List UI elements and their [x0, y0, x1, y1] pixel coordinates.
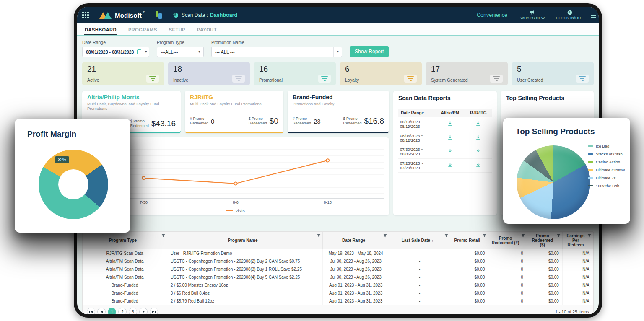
visits-legend[interactable]: Visits [87, 207, 384, 214]
scan-report-row: 07/30/2023 ~08/05/2023 [398, 145, 492, 159]
download-altria-pm-icon[interactable] [436, 145, 465, 159]
column-header-earnings-per-redeem[interactable]: Earnings Per Redeem [562, 232, 593, 249]
table-row[interactable]: RJR/ITG Scan DataUser - RJR/ITG Promotio… [83, 249, 593, 257]
module-logo-button[interactable] [150, 7, 168, 23]
filter-lines-icon[interactable] [490, 75, 503, 83]
download-altria-pm-icon[interactable] [436, 131, 465, 145]
date-range-input[interactable]: 08/01/2023 - 08/31/2023 ▾ [82, 47, 149, 57]
legend-swatch [588, 177, 593, 179]
tab-programs[interactable]: PROGRAMS [128, 27, 157, 35]
whats-new-button[interactable]: WHAT'S NEW [514, 7, 551, 23]
promotion-name-select[interactable]: --- ALL --- ▾ [211, 47, 342, 57]
stat-value: 21 [87, 65, 159, 74]
rjr-itg-card: RJR/ITGMulti-Pack and Loyalty Fund Promo… [185, 91, 283, 133]
legend-swatch [588, 169, 593, 171]
column-header-promo-retail[interactable]: Promo Retail [450, 232, 488, 249]
download-rjr-itg-icon[interactable] [465, 145, 492, 159]
filter-lines-icon[interactable] [318, 75, 331, 83]
calendar-icon[interactable] [137, 49, 141, 54]
download-rjr-itg-icon[interactable] [465, 159, 492, 173]
menu-button[interactable] [588, 7, 599, 23]
filter-lines-icon[interactable] [404, 75, 417, 83]
cell-promo-redeemed-: $0.00 [527, 273, 562, 281]
tab-setup[interactable]: SETUP [169, 27, 185, 35]
column-header-last-sale-date[interactable]: Last Sale Date↑ [389, 232, 450, 249]
pie-legend-item[interactable]: Ultimate 7s [588, 176, 625, 180]
filter-funnel-icon[interactable] [557, 234, 561, 238]
tab-payout[interactable]: PAYOUT [197, 27, 217, 35]
table-row[interactable]: Altria/PM Scan DataUSSTC - Copenhagen Pr… [83, 273, 593, 281]
divider [506, 105, 589, 105]
tab-dashboard[interactable]: DASHBOARD [85, 27, 117, 35]
stat-card-system-generated[interactable]: 17System Generated [426, 62, 508, 85]
pie-legend-item[interactable]: Stacks of Cash [588, 152, 625, 156]
whats-new-label: WHAT'S NEW [521, 16, 545, 20]
chevron-down-icon: ▾ [143, 7, 145, 14]
program-dropdown-caret[interactable]: ▾ [195, 47, 203, 57]
pie-legend-item[interactable]: Ultimate Crossw [588, 168, 625, 172]
filter-funnel-icon[interactable] [587, 234, 591, 238]
filter-funnel-icon[interactable] [383, 234, 387, 238]
x-tick-label: 7-30 [140, 200, 148, 205]
filter-funnel-icon[interactable] [317, 234, 321, 238]
page-button-3[interactable]: 3 [129, 308, 137, 314]
sort-asc-icon[interactable]: ↑ [431, 238, 434, 243]
store-selector[interactable]: Convenience [470, 7, 514, 23]
stat-label: User Created [517, 78, 543, 83]
promotion-dropdown-caret[interactable]: ▾ [333, 47, 342, 57]
filter-lines-icon[interactable] [146, 75, 159, 83]
previous-page-button[interactable] [97, 308, 106, 314]
filter-funnel-icon[interactable] [521, 234, 525, 238]
column-header-program-type[interactable]: Program Type [83, 232, 167, 249]
program-type-select[interactable]: ---ALL--- ▾ [157, 47, 204, 57]
date-dropdown-caret[interactable]: ▾ [143, 47, 149, 57]
column-label: Promo Retail [454, 238, 480, 243]
download-rjr-itg-icon[interactable] [465, 117, 492, 131]
column-label: Program Name [228, 238, 257, 243]
first-page-button[interactable] [87, 308, 95, 314]
table-row[interactable]: Altria/PM Scan DataUSSTC - Copenhagen Pr… [83, 265, 593, 273]
stat-card-inactive[interactable]: 18Inactive [168, 62, 250, 85]
download-altria-pm-icon[interactable] [436, 159, 465, 173]
stat-card-active[interactable]: 21Active [82, 62, 164, 85]
pie-legend-item[interactable]: Casino Action [588, 160, 625, 164]
clock-icon [567, 10, 572, 15]
column-header-date-range[interactable]: Date Range [322, 232, 389, 249]
clock-in-out-label: CLOCK IN/OUT [556, 16, 583, 20]
table-row[interactable]: Brand-Funded2 / $5.00 Monster Energy 16o… [83, 281, 593, 289]
column-header-promo-redeemed-[interactable]: Promo Redeemed (#) [488, 232, 527, 249]
filter-funnel-icon[interactable] [161, 234, 165, 238]
stat-card-user-created[interactable]: 5User Created [512, 62, 594, 85]
table-row[interactable]: Brand-Funded3 / $6 Red Bull 8.4ozAug 01,… [83, 289, 593, 297]
page-button-2[interactable]: 2 [118, 308, 127, 314]
clock-in-out-button[interactable]: CLOCK IN/OUT [551, 7, 588, 23]
pie-legend-item[interactable]: Ice Bag [588, 144, 625, 148]
page-button-1[interactable]: 1 [108, 308, 116, 314]
date-range-label: Date Range [82, 40, 149, 45]
filter-lines-icon[interactable] [232, 75, 245, 83]
metric: # PromoRedeemed23 [293, 116, 321, 126]
filter-funnel-icon[interactable] [444, 234, 448, 238]
brand-card-title: RJR/ITG [190, 94, 278, 101]
filter-lines-icon[interactable] [576, 75, 589, 83]
stat-bottom: Promotional [259, 75, 331, 83]
column-header-promo-redeemed-[interactable]: Promo Redeemed ($) [527, 232, 562, 249]
cell-promo-redeemed-: 0 [488, 289, 527, 297]
next-page-button[interactable] [139, 308, 148, 314]
legend-swatch [588, 185, 593, 186]
cell-promo-retail: $0.00 [450, 249, 488, 257]
stat-card-promotional[interactable]: 16Promotional [254, 62, 336, 85]
pie-legend-item[interactable]: 100x the Csh [588, 184, 625, 188]
table-row[interactable]: Brand-Funded2 / $5.79 Red Bull 12ozAug 0… [83, 297, 593, 305]
stat-card-loyalty[interactable]: 6Loyalty [340, 62, 422, 85]
filter-funnel-icon[interactable] [483, 234, 486, 238]
last-page-button[interactable] [150, 308, 158, 314]
column-header-program-name[interactable]: Program Name [167, 232, 322, 249]
show-report-button[interactable]: Show Report [350, 46, 389, 57]
table-row[interactable]: Altria/PM Scan DataUSSTC - Copenhagen Pr… [83, 257, 593, 265]
brand-logo[interactable]: Modisoft ▾ [94, 7, 150, 23]
download-altria-pm-icon[interactable] [436, 117, 465, 131]
megaphone-icon [530, 10, 536, 15]
download-rjr-itg-icon[interactable] [465, 131, 492, 145]
app-launcher-button[interactable] [77, 7, 94, 23]
